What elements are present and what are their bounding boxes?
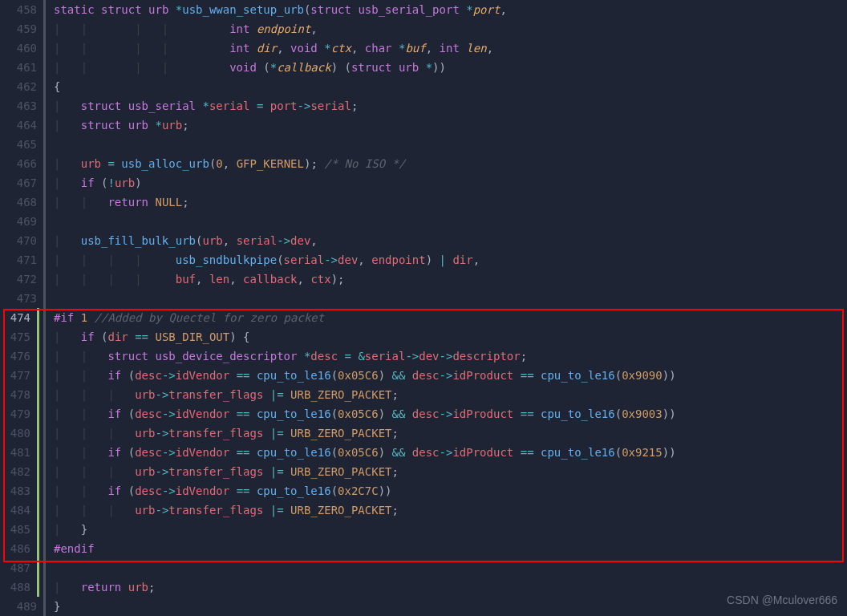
line-number: 475 — [0, 327, 39, 346]
line-number: 482 — [0, 462, 39, 481]
code-line: | | struct usb_device_descriptor *desc =… — [54, 346, 847, 366]
code-line: #endif — [54, 539, 847, 558]
code-line: | | | | void (*callback) (struct urb *)) — [54, 58, 847, 77]
code-line — [54, 212, 847, 231]
code-line: | struct urb *urb; — [54, 116, 847, 135]
code-line: { — [54, 77, 847, 96]
line-number: 488 — [0, 578, 39, 597]
line-number: 466 — [0, 154, 37, 173]
line-number: 478 — [0, 385, 39, 404]
code-line: | | | | usb_sndbulkpipe(serial->dev, end… — [54, 250, 847, 270]
code-line: | | | | int dir, void *ctx, char *buf, i… — [54, 38, 847, 58]
line-number: 458 — [0, 0, 37, 19]
code-line: | struct usb_serial *serial = port->seri… — [54, 96, 847, 116]
code-line: | if (dir == USB_DIR_OUT) { — [54, 327, 847, 346]
line-number: 470 — [0, 231, 37, 250]
code-line: | } — [54, 520, 847, 539]
code-line — [54, 558, 847, 578]
code-area[interactable]: static struct urb *usb_wwan_setup_urb(st… — [46, 0, 847, 616]
code-line — [54, 135, 847, 154]
code-line: | | if (desc->idVendor == cpu_to_le16(0x… — [54, 443, 847, 462]
line-number: 461 — [0, 58, 37, 77]
code-line: | | if (desc->idVendor == cpu_to_le16(0x… — [54, 366, 847, 385]
code-line: | | | | buf, len, callback, ctx); — [54, 270, 847, 289]
line-number: 485 — [0, 520, 39, 539]
code-editor: 4584594604614624634644654664674684694704… — [0, 0, 847, 616]
line-number: 480 — [0, 424, 39, 443]
line-number: 489 — [0, 597, 37, 616]
line-number: 487 — [0, 558, 39, 578]
line-number: 464 — [0, 116, 37, 135]
line-number: 476 — [0, 346, 39, 366]
line-number: 473 — [0, 289, 37, 308]
code-line: | | if (desc->idVendor == cpu_to_le16(0x… — [54, 404, 847, 424]
code-line: | | | urb->transfer_flags |= URB_ZERO_PA… — [54, 462, 847, 481]
line-number: 481 — [0, 443, 39, 462]
line-number: 472 — [0, 270, 37, 289]
code-line: | if (!urb) — [54, 173, 847, 192]
code-line: | urb = usb_alloc_urb(0, GFP_KERNEL); /*… — [54, 154, 847, 173]
line-number-gutter: 4584594604614624634644654664674684694704… — [0, 0, 43, 616]
line-number: 483 — [0, 481, 39, 500]
line-number: 468 — [0, 192, 37, 212]
line-number: 462 — [0, 77, 37, 96]
line-number: 474 — [0, 308, 39, 327]
line-number: 463 — [0, 96, 37, 116]
line-number: 486 — [0, 539, 39, 558]
line-number: 460 — [0, 38, 37, 58]
line-number: 469 — [0, 212, 37, 231]
code-line: | | | urb->transfer_flags |= URB_ZERO_PA… — [54, 500, 847, 520]
code-line: | | | urb->transfer_flags |= URB_ZERO_PA… — [54, 385, 847, 404]
line-number: 465 — [0, 135, 37, 154]
code-line — [54, 289, 847, 308]
code-line: #if 1 //Added by Quectel for zero packet — [54, 308, 847, 327]
code-line: static struct urb *usb_wwan_setup_urb(st… — [54, 0, 847, 19]
code-line: | return urb; — [54, 578, 847, 597]
code-line: | | | | int endpoint, — [54, 19, 847, 38]
line-number: 471 — [0, 250, 37, 270]
line-number: 484 — [0, 500, 39, 520]
code-line: | usb_fill_bulk_urb(urb, serial->dev, — [54, 231, 847, 250]
code-line: | | if (desc->idVendor == cpu_to_le16(0x… — [54, 481, 847, 500]
code-line: | | return NULL; — [54, 192, 847, 212]
code-line: | | | urb->transfer_flags |= URB_ZERO_PA… — [54, 424, 847, 443]
code-line: } — [54, 597, 847, 616]
line-number: 479 — [0, 404, 39, 424]
line-number: 459 — [0, 19, 37, 38]
line-number: 477 — [0, 366, 39, 385]
line-number: 467 — [0, 173, 37, 192]
